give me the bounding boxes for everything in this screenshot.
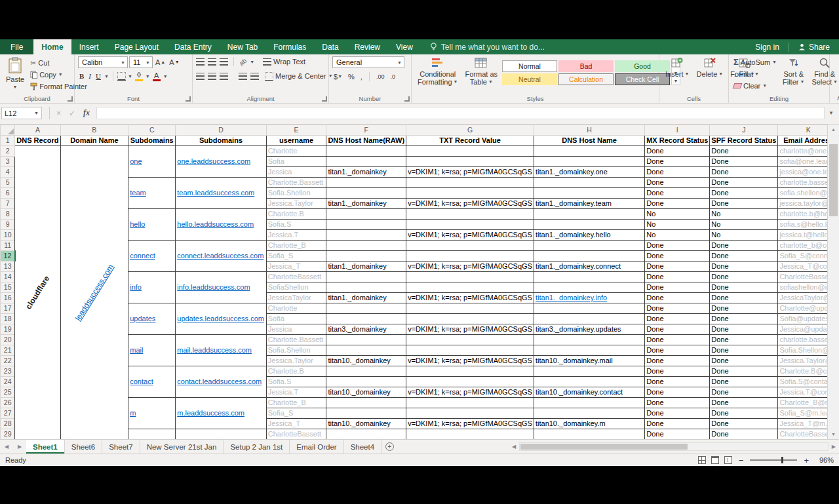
cell-a2-merged[interactable]: cloudflare bbox=[15, 146, 60, 440]
cell-j8[interactable]: No bbox=[710, 209, 778, 220]
cell-f2[interactable] bbox=[326, 146, 406, 157]
cell-j27[interactable]: Done bbox=[710, 408, 778, 419]
cell-i6[interactable]: Done bbox=[645, 188, 710, 199]
cell-j18[interactable]: Done bbox=[710, 314, 778, 324]
cell-e3[interactable]: Sofia bbox=[266, 157, 326, 167]
cell-j10[interactable]: No bbox=[710, 230, 778, 241]
cell-f23[interactable] bbox=[326, 366, 406, 377]
subdomain-link-info[interactable]: info bbox=[130, 283, 142, 291]
cell-e8[interactable]: Charlotte.B bbox=[266, 209, 326, 220]
wrap-text-button[interactable]: Wrap Text bbox=[262, 56, 307, 67]
font-name-combo[interactable]: Calibri▼ bbox=[78, 56, 128, 68]
cell-j20[interactable]: Done bbox=[710, 335, 778, 345]
align-center-icon[interactable] bbox=[208, 73, 216, 80]
cell-i4[interactable]: Done bbox=[645, 167, 710, 178]
row-header-8[interactable]: 8 bbox=[1, 209, 15, 220]
subdomain-url-link-mail-leaddsuccess-com[interactable]: mail.leaddsuccess.com bbox=[177, 346, 252, 354]
cell-f8[interactable] bbox=[326, 209, 406, 220]
cell-g13[interactable]: v=DKIM1; k=rsa; p=MIGfMA0GCSqGS bbox=[406, 262, 534, 272]
cell-b2-merged[interactable]: leaddsuccess.com bbox=[60, 146, 128, 440]
cell-h18[interactable] bbox=[534, 314, 644, 324]
row-header-10[interactable]: 10 bbox=[1, 230, 15, 241]
cell-g17[interactable] bbox=[406, 303, 534, 314]
cell-i21[interactable]: Done bbox=[645, 345, 710, 356]
cell-h15[interactable] bbox=[534, 282, 644, 293]
cell-e23[interactable]: Charlotte.B bbox=[266, 366, 326, 377]
insert-cells-button[interactable]: Insert▼ bbox=[663, 56, 692, 79]
cell-i27[interactable]: Done bbox=[645, 408, 710, 419]
cell-f12[interactable] bbox=[326, 251, 406, 262]
clipboard-dialog-launcher[interactable] bbox=[68, 96, 73, 102]
cell-g7[interactable]: v=DKIM1; k=rsa; p=MIGfMA0GCSqGS bbox=[406, 199, 534, 209]
formula-bar-expand-icon[interactable]: ▼ bbox=[825, 110, 838, 116]
header-cell-G1[interactable]: TXT Record Value bbox=[406, 136, 534, 146]
cell-h8[interactable] bbox=[534, 209, 644, 220]
increase-indent-icon[interactable] bbox=[250, 73, 259, 80]
italic-button[interactable]: I bbox=[87, 71, 92, 81]
col-header-A[interactable]: A bbox=[15, 125, 60, 136]
cell-e25[interactable]: Jessica.T bbox=[266, 387, 326, 398]
cell-c26[interactable]: m bbox=[128, 398, 176, 429]
ribbon-tab-view[interactable]: View bbox=[388, 39, 421, 54]
cell-g4[interactable]: v=DKIM1; k=rsa; p=MIGfMA0GCSqGS bbox=[406, 167, 534, 178]
cell-g25[interactable]: v=DKIM1; k=rsa; p=MIGfMA0GCSqGS bbox=[406, 387, 534, 398]
row-header-12[interactable]: 12 bbox=[1, 251, 15, 262]
cell-j15[interactable]: Done bbox=[710, 282, 778, 293]
col-header-G[interactable]: G bbox=[406, 125, 534, 136]
cell-f29[interactable] bbox=[326, 429, 406, 440]
row-header-15[interactable]: 15 bbox=[1, 282, 15, 293]
header-cell-E1[interactable]: username bbox=[266, 136, 326, 146]
cell-f5[interactable] bbox=[326, 178, 406, 188]
sheet-nav-left-icon[interactable]: ◀ bbox=[0, 440, 13, 454]
row-header-24[interactable]: 24 bbox=[1, 377, 15, 387]
cell-i7[interactable]: Done bbox=[645, 199, 710, 209]
style-chip-neutral[interactable]: Neutral bbox=[502, 73, 557, 85]
cell-g3[interactable] bbox=[406, 157, 534, 167]
row-header-25[interactable]: 25 bbox=[1, 387, 15, 398]
currency-button[interactable]: $▼ bbox=[332, 71, 343, 82]
cell-d20[interactable]: mail.leaddsuccess.com bbox=[176, 335, 266, 366]
cell-h29[interactable] bbox=[534, 429, 644, 440]
decrease-font-button[interactable]: A▼ bbox=[168, 57, 180, 68]
cell-i11[interactable]: Done bbox=[645, 241, 710, 251]
cell-h19[interactable]: titan3._domainkey.updates bbox=[534, 324, 644, 335]
cell-f13[interactable]: titan1._domainkey bbox=[326, 262, 406, 272]
cell-g24[interactable] bbox=[406, 377, 534, 387]
cell-j13[interactable]: Done bbox=[710, 262, 778, 272]
sheet-tab-sheet7[interactable]: Sheet7 bbox=[102, 440, 140, 454]
hscroll-right-icon[interactable]: ▶ bbox=[830, 444, 838, 450]
cell-h12[interactable] bbox=[534, 251, 644, 262]
sheet-tab-sheet1[interactable]: Sheet1 bbox=[26, 440, 65, 454]
borders-button[interactable] bbox=[117, 72, 126, 81]
clear-button[interactable]: Clear▼ bbox=[732, 81, 778, 91]
sort-filter-button[interactable]: Sort & Filter▼ bbox=[780, 56, 807, 87]
autosum-button[interactable]: ΣAutoSum▼ bbox=[732, 57, 778, 68]
col-header-B[interactable]: B bbox=[60, 125, 128, 136]
cell-g11[interactable] bbox=[406, 241, 534, 251]
cell-c29[interactable] bbox=[128, 429, 176, 440]
ribbon-tab-insert[interactable]: Insert bbox=[71, 39, 107, 54]
cell-c11[interactable]: connect bbox=[128, 241, 176, 272]
cell-e18[interactable]: Sofia bbox=[266, 314, 326, 324]
cell-i9[interactable]: No bbox=[645, 220, 710, 230]
zoom-out-button[interactable]: − bbox=[737, 456, 745, 465]
fill-button[interactable]: ↓Fill▼ bbox=[732, 69, 778, 79]
collapse-ribbon-button[interactable]: ∧ bbox=[830, 93, 839, 103]
cell-g20[interactable] bbox=[406, 335, 534, 345]
cell-j16[interactable]: Done bbox=[710, 293, 778, 303]
header-cell-A1[interactable]: DNS Record bbox=[15, 136, 60, 146]
cell-g14[interactable] bbox=[406, 272, 534, 282]
cell-h2[interactable] bbox=[534, 146, 644, 157]
cell-h25[interactable]: titan10._domainkey.contact bbox=[534, 387, 644, 398]
cell-j12[interactable]: Done bbox=[710, 251, 778, 262]
cell-f6[interactable] bbox=[326, 188, 406, 199]
cell-f16[interactable]: titan1._domainkey bbox=[326, 293, 406, 303]
cell-h28[interactable]: titan10._domainkey.m bbox=[534, 419, 644, 429]
subdomain-url-link-hello-leaddsuccess-com[interactable]: hello.leaddsuccess.com bbox=[177, 220, 254, 228]
subdomain-url-link-m-leaddsuccess-com[interactable]: m.leaddsuccess.com bbox=[177, 409, 244, 417]
cell-i18[interactable]: Done bbox=[645, 314, 710, 324]
ribbon-tab-page-layout[interactable]: Page Layout bbox=[107, 39, 166, 54]
subdomain-link-team[interactable]: team bbox=[130, 189, 146, 197]
cell-j2[interactable]: Done bbox=[710, 146, 778, 157]
page-layout-view-icon[interactable] bbox=[711, 456, 719, 464]
